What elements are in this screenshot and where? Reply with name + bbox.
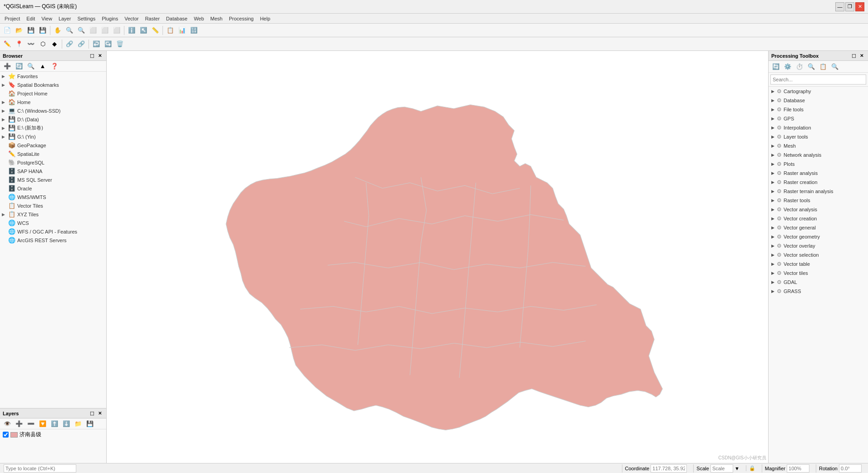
browser-item[interactable]: ▶⭐Favorites [0, 72, 106, 80]
menu-item-layer[interactable]: Layer [56, 15, 74, 22]
add-point-btn[interactable]: 📍 [14, 39, 25, 50]
browser-item[interactable]: ▶💾D:\ (Data) [0, 115, 106, 124]
menu-item-settings[interactable]: Settings [74, 15, 98, 22]
toolbox-item[interactable]: ▶⚙Vector overlay [769, 241, 868, 250]
add-line-btn[interactable]: 〰️ [25, 39, 36, 50]
toolbox-item[interactable]: ▶⚙Vector table [769, 259, 868, 269]
toolbox-item[interactable]: ▶⚙Plots [769, 159, 868, 169]
toolbox-item[interactable]: ▶⚙Raster analysis [769, 169, 868, 178]
toolbox-btn3[interactable]: ⏱️ [794, 61, 805, 72]
browser-item[interactable]: ▶💾G:\ (Yin) [0, 132, 106, 141]
digitize-btn[interactable]: ✏️ [2, 39, 13, 50]
browser-float-btn[interactable]: ⬚ [88, 52, 95, 60]
menu-item-processing[interactable]: Processing [226, 15, 256, 22]
toolbox-item[interactable]: ▶⚙Cartography [769, 87, 868, 96]
browser-item[interactable]: 🌐WCS [0, 219, 106, 227]
snapping-btn[interactable]: 🔗 [64, 39, 75, 50]
menu-item-vector[interactable]: Vector [122, 15, 141, 22]
browser-item[interactable]: ▶🔖Spatial Bookmarks [0, 80, 106, 89]
browser-item[interactable]: 🏠Project Home [0, 89, 106, 98]
coordinate-input[interactable] [651, 464, 687, 473]
browser-item[interactable]: 🌐ArcGIS REST Servers [0, 236, 106, 244]
toolbox-btn6[interactable]: 🔍 [829, 61, 840, 72]
layer-visibility-checkbox[interactable] [3, 432, 9, 438]
layer-group-btn[interactable]: 📁 [73, 418, 84, 429]
statistics-btn[interactable]: 📊 [177, 25, 187, 36]
magnifier-input[interactable] [787, 464, 809, 473]
toolbox-float-btn[interactable]: ⬚ [850, 52, 857, 60]
toolbox-item[interactable]: ▶⚙Raster tools [769, 196, 868, 205]
toolbox-btn1[interactable]: 🔄 [770, 61, 781, 72]
menu-item-web[interactable]: Web [191, 15, 207, 22]
toolbox-close-btn[interactable]: ✕ [858, 52, 865, 60]
toolbox-item[interactable]: ▶⚙Raster terrain analysis [769, 187, 868, 196]
menu-item-view[interactable]: View [39, 15, 55, 22]
toolbox-item[interactable]: ▶⚙Vector general [769, 223, 868, 232]
toolbox-item[interactable]: ▶⚙File tools [769, 105, 868, 114]
toolbox-item[interactable]: ▶⚙GPS [769, 114, 868, 123]
browser-refresh-btn[interactable]: 🔄 [14, 61, 25, 72]
layer-add-btn[interactable]: ➕ [14, 418, 25, 429]
browser-close-btn[interactable]: ✕ [96, 52, 104, 60]
map-area[interactable]: CSDN@GIS小小研究员 [107, 51, 768, 463]
toolbox-item[interactable]: ▶⚙Vector geometry [769, 232, 868, 241]
menu-item-plugins[interactable]: Plugins [99, 15, 121, 22]
save-project-btn[interactable]: 💾 [25, 25, 36, 36]
zoom-selection-btn[interactable]: ⬜ [99, 25, 110, 36]
browser-item[interactable]: ▶💾E:\ (新加卷) [0, 124, 106, 132]
toolbox-item[interactable]: ▶⚙GRASS [769, 287, 868, 296]
toolbox-item[interactable]: ▶⚙GDAL [769, 278, 868, 287]
toolbox-item[interactable]: ▶⚙Raster creation [769, 178, 868, 187]
layers-float-btn[interactable]: ⬚ [88, 410, 95, 417]
redo-btn[interactable]: ↪️ [103, 39, 113, 50]
zoom-out-btn[interactable]: 🔍 [76, 25, 87, 36]
toolbox-btn5[interactable]: 📋 [818, 61, 829, 72]
toolbox-search-input[interactable] [770, 75, 866, 85]
browser-filter-btn[interactable]: 🔍 [25, 61, 36, 72]
restore-button[interactable]: ❐ [845, 2, 854, 11]
layer-filter-btn[interactable]: 🔽 [37, 418, 48, 429]
layer-up-btn[interactable]: ⬆️ [49, 418, 60, 429]
pan-map-btn[interactable]: ✋ [52, 25, 63, 36]
browser-item[interactable]: ▶💻C:\ (Windows-SSD) [0, 106, 106, 115]
close-button[interactable]: ✕ [855, 2, 864, 11]
new-project-btn[interactable]: 📄 [2, 25, 13, 36]
layers-close-btn[interactable]: ✕ [96, 410, 104, 417]
browser-item[interactable]: 📋Vector Tiles [0, 201, 106, 210]
delete-btn[interactable]: 🗑️ [114, 39, 125, 50]
browser-item[interactable]: ✏️SpatiaLite [0, 149, 106, 158]
locate-input[interactable] [4, 464, 76, 473]
menu-item-raster[interactable]: Raster [142, 15, 162, 22]
add-polygon-btn[interactable]: ⬡ [37, 39, 48, 50]
menu-item-database[interactable]: Database [163, 15, 190, 22]
browser-add-btn[interactable]: ➕ [2, 61, 13, 72]
browser-item[interactable]: 🌐WMS/WMTS [0, 193, 106, 201]
browser-item[interactable]: ▶📋XYZ Tiles [0, 210, 106, 219]
zoom-layer-btn[interactable]: ⬜ [111, 25, 122, 36]
open-project-btn[interactable]: 📂 [14, 25, 25, 36]
toolbox-item[interactable]: ▶⚙Network analysis [769, 150, 868, 159]
toolbox-item[interactable]: ▶⚙Database [769, 96, 868, 105]
toolbox-item[interactable]: ▶⚙Layer tools [769, 132, 868, 141]
toolbox-item[interactable]: ▶⚙Vector analysis [769, 205, 868, 214]
open-attr-table-btn[interactable]: 📋 [165, 25, 176, 36]
save-as-btn[interactable]: 💾 [37, 25, 48, 36]
vertex-tool-btn[interactable]: ◆ [49, 39, 60, 50]
menu-item-project[interactable]: Project [2, 15, 23, 22]
toolbox-item[interactable]: ▶⚙Vector tiles [769, 269, 868, 278]
layer-down-btn[interactable]: ⬇️ [61, 418, 72, 429]
browser-item[interactable]: 📦GeoPackage [0, 141, 106, 149]
browser-item[interactable]: 🗄️SAP HANA [0, 167, 106, 175]
scale-input[interactable] [710, 464, 733, 473]
browser-item[interactable]: 🗄️MS SQL Server [0, 175, 106, 184]
measure-btn[interactable]: 📏 [150, 25, 161, 36]
toolbox-item[interactable]: ▶⚙Interpolation [769, 123, 868, 132]
toolbox-item[interactable]: ▶⚙Mesh [769, 141, 868, 150]
browser-item[interactable]: ▶🏠Home [0, 98, 106, 106]
toolbox-item[interactable]: ▶⚙Vector creation [769, 214, 868, 223]
toolbox-item[interactable]: ▶⚙Vector selection [769, 250, 868, 259]
toolbox-btn4[interactable]: 🔍 [806, 61, 817, 72]
select-btn[interactable]: ↖️ [138, 25, 149, 36]
zoom-extent-btn[interactable]: ⬜ [88, 25, 99, 36]
calculator-btn[interactable]: 🔢 [188, 25, 199, 36]
